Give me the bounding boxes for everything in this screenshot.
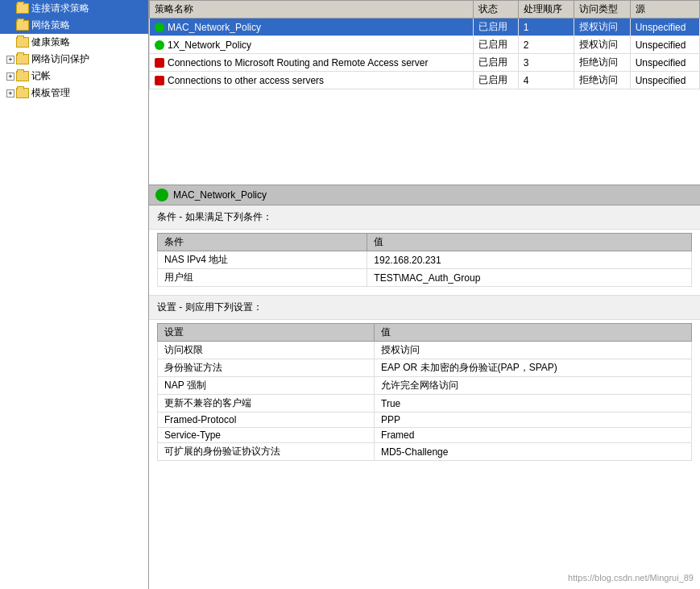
expand-icon[interactable]: + [6, 56, 14, 64]
policy-disabled-icon [155, 58, 164, 68]
setting-name: Service-Type [158, 428, 375, 443]
settings-col-value: 值 [375, 324, 692, 342]
settings-table-wrapper: 设置 值 访问权限 授权访问 身份验证方法 EAP OR 未加密的身份验证(PA… [149, 320, 700, 469]
policy-name-cell: 1X_Network_Policy [150, 36, 474, 54]
folder-icon [16, 71, 29, 81]
setting-row: 更新不兼容的客户端 True [158, 395, 692, 413]
conditions-table: 条件 值 NAS IPv4 地址 192.168.20.231 用户组 TEST… [157, 233, 692, 287]
main-content: 策略名称 状态 处理顺序 访问类型 源 MAC_Network_Policy 已… [149, 0, 700, 589]
setting-value: 授权访问 [375, 342, 692, 359]
policy-access-cell: 授权访问 [574, 36, 631, 54]
sidebar: 连接请求策略 网络策略 健康策略 + 网络访问保护 + 记帐 + 模板管理 [0, 0, 149, 589]
policy-table-container[interactable]: 策略名称 状态 处理顺序 访问类型 源 MAC_Network_Policy 已… [149, 0, 700, 185]
setting-row: NAP 强制 允许完全网络访问 [158, 377, 692, 395]
setting-name: 访问权限 [158, 342, 375, 359]
expand-icon[interactable]: + [6, 73, 14, 81]
folder-icon [16, 3, 29, 14]
sidebar-item-label: 网络访问保护 [31, 52, 89, 66]
sidebar-item-label: 连接请求策略 [31, 2, 89, 15]
policy-status-cell: 已启用 [473, 72, 518, 89]
folder-icon [16, 54, 29, 64]
policy-status-cell: 已启用 [473, 36, 518, 54]
conditions-col-value: 值 [367, 234, 692, 251]
condition-name: 用户组 [158, 269, 367, 287]
col-header-source: 源 [630, 1, 699, 19]
policy-table: 策略名称 状态 处理顺序 访问类型 源 MAC_Network_Policy 已… [149, 0, 700, 89]
conditions-section-label: 条件 - 如果满足下列条件： [149, 205, 700, 230]
policy-order-cell: 4 [518, 72, 574, 89]
sidebar-item-label: 网络策略 [31, 19, 70, 32]
policy-access-cell: 拒绝访问 [574, 72, 631, 89]
setting-row: 可扩展的身份验证协议方法 MD5-Challenge [158, 443, 692, 461]
sidebar-item-network-policy[interactable]: 网络策略 [0, 17, 148, 34]
setting-row: Framed-Protocol PPP [158, 413, 692, 428]
policy-access-cell: 授权访问 [574, 19, 631, 36]
policy-order-cell: 3 [518, 54, 574, 72]
setting-value: PPP [375, 413, 692, 428]
policy-status-cell: 已启用 [473, 54, 518, 72]
condition-row: NAS IPv4 地址 192.168.20.231 [158, 251, 692, 269]
sidebar-item-account[interactable]: + 记帐 [0, 68, 148, 85]
condition-value: 192.168.20.231 [367, 251, 692, 269]
table-row[interactable]: 1X_Network_Policy 已启用 2 授权访问 Unspecified [150, 36, 700, 54]
policy-name: Connections to Microsoft Routing and Rem… [168, 57, 428, 68]
policy-name: MAC_Network_Policy [168, 22, 261, 33]
setting-name: NAP 强制 [158, 377, 375, 395]
setting-value: 允许完全网络访问 [375, 377, 692, 395]
policy-enabled-icon [155, 40, 164, 50]
policy-order-cell: 2 [518, 36, 574, 54]
setting-row: Service-Type Framed [158, 428, 692, 443]
sidebar-item-health-policy[interactable]: 健康策略 [0, 34, 148, 51]
setting-name: 更新不兼容的客户端 [158, 395, 375, 413]
policy-name-cell: MAC_Network_Policy [150, 19, 474, 36]
setting-value: MD5-Challenge [375, 443, 692, 461]
policy-header-name: MAC_Network_Policy [173, 189, 267, 201]
policy-name-cell: Connections to Microsoft Routing and Rem… [150, 54, 474, 72]
settings-section: 设置 - 则应用下列设置： 设置 值 访问权限 授权访问 身份验证方法 EAP … [149, 295, 700, 469]
folder-icon [16, 37, 29, 48]
settings-section-label: 设置 - 则应用下列设置： [149, 295, 700, 320]
setting-value: EAP OR 未加密的身份验证(PAP，SPAP) [375, 359, 692, 377]
conditions-col-condition: 条件 [158, 234, 367, 251]
setting-name: 身份验证方法 [158, 359, 375, 377]
sidebar-item-label: 模板管理 [31, 86, 70, 100]
table-row[interactable]: MAC_Network_Policy 已启用 1 授权访问 Unspecifie… [150, 19, 700, 36]
sidebar-item-label: 记帐 [31, 69, 51, 83]
settings-col-setting: 设置 [158, 324, 375, 342]
policy-source-cell: Unspecified [630, 54, 699, 72]
policy-source-cell: Unspecified [630, 72, 699, 89]
policy-access-cell: 拒绝访问 [574, 54, 631, 72]
policy-name: 1X_Network_Policy [168, 39, 251, 51]
expand-icon[interactable]: + [6, 89, 14, 97]
sidebar-item-network-access[interactable]: + 网络访问保护 [0, 51, 148, 68]
sidebar-item-template-mgmt[interactable]: + 模板管理 [0, 85, 148, 102]
policy-name-cell: Connections to other access servers [150, 72, 474, 89]
policy-header: MAC_Network_Policy [149, 185, 700, 205]
policy-source-cell: Unspecified [630, 19, 699, 36]
col-header-access: 访问类型 [574, 1, 631, 19]
settings-table: 设置 值 访问权限 授权访问 身份验证方法 EAP OR 未加密的身份验证(PA… [157, 323, 692, 461]
setting-name: Framed-Protocol [158, 413, 375, 428]
condition-name: NAS IPv4 地址 [158, 251, 367, 269]
col-header-order: 处理顺序 [518, 1, 574, 19]
condition-value: TEST\MAC_Auth_Group [367, 269, 692, 287]
setting-row: 身份验证方法 EAP OR 未加密的身份验证(PAP，SPAP) [158, 359, 692, 377]
setting-value: Framed [375, 428, 692, 443]
setting-row: 访问权限 授权访问 [158, 342, 692, 359]
policy-enabled-icon [155, 23, 164, 32]
table-row[interactable]: Connections to Microsoft Routing and Rem… [150, 54, 700, 72]
policy-status-cell: 已启用 [473, 19, 518, 36]
policy-source-cell: Unspecified [630, 36, 699, 54]
condition-row: 用户组 TEST\MAC_Auth_Group [158, 269, 692, 287]
sidebar-item-label: 健康策略 [31, 35, 70, 49]
col-header-name: 策略名称 [150, 1, 474, 19]
table-row[interactable]: Connections to other access servers 已启用 … [150, 72, 700, 89]
policy-name: Connections to other access servers [168, 75, 324, 86]
policy-status-icon [155, 189, 168, 201]
policy-table-section: 策略名称 状态 处理顺序 访问类型 源 MAC_Network_Policy 已… [149, 0, 700, 185]
policy-detail-panel: MAC_Network_Policy 条件 - 如果满足下列条件： 条件 值 N… [149, 185, 700, 589]
folder-icon [16, 88, 29, 98]
sidebar-item-connection-request[interactable]: 连接请求策略 [0, 0, 148, 17]
policy-disabled-icon [155, 76, 164, 85]
conditions-table-wrapper: 条件 值 NAS IPv4 地址 192.168.20.231 用户组 TEST… [149, 230, 700, 295]
